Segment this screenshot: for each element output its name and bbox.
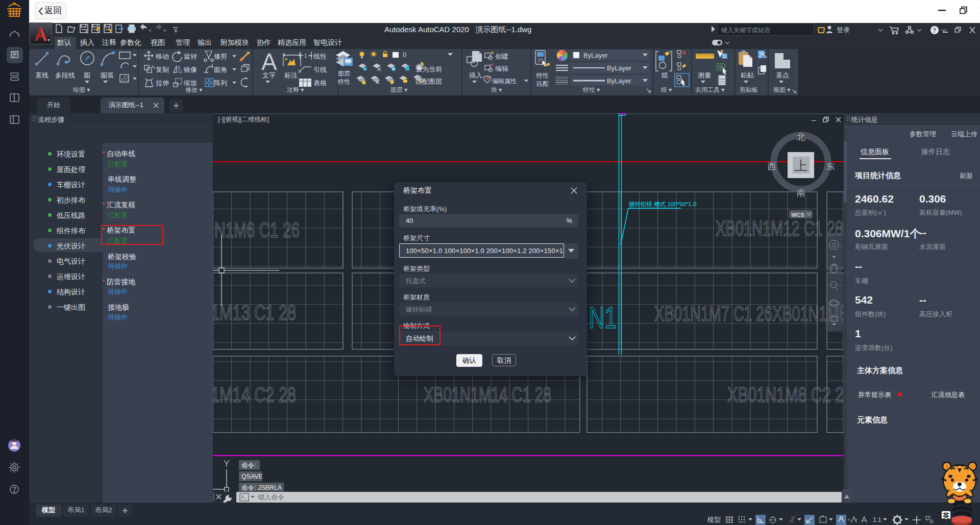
svg-text:拉伸: 拉伸 xyxy=(156,79,169,87)
svg-text:东: 东 xyxy=(826,162,835,171)
svg-text:直线: 直线 xyxy=(35,71,48,79)
svg-text:基点: 基点 xyxy=(776,71,789,79)
svg-text:引线: 引线 xyxy=(313,66,327,73)
svg-text:[-][俯视][二维线框]: [-][俯视][二维线框] xyxy=(218,116,269,123)
svg-text:上: 上 xyxy=(794,158,807,173)
svg-text:命令:: 命令: xyxy=(241,462,256,469)
svg-text:标注: 标注 xyxy=(284,71,298,79)
svg-text:镀锌铝镁 槽式 100*50*1.0: 镀锌铝镁 槽式 100*50*1.0 xyxy=(628,201,696,207)
svg-text:1:1: 1:1 xyxy=(873,516,881,523)
svg-text:键入命令: 键入命令 xyxy=(257,493,284,501)
svg-text:WCS: WCS xyxy=(791,212,804,218)
svg-text:视图 ▾: 视图 ▾ xyxy=(773,86,790,93)
svg-text:测量: 测量 xyxy=(698,71,711,79)
svg-text:圆弧: 圆弧 xyxy=(101,71,114,79)
svg-text:N1: N1 xyxy=(589,301,617,335)
svg-text:匹配: 匹配 xyxy=(536,80,549,87)
svg-text:阵列: 阵列 xyxy=(214,79,227,87)
svg-text:0: 0 xyxy=(403,51,406,59)
svg-text:命令: JSBRLA: 命令: JSBRLA xyxy=(241,484,282,491)
svg-text:1: 1 xyxy=(304,53,307,59)
svg-text:圆: 圆 xyxy=(84,71,90,79)
svg-text:特性: 特性 xyxy=(536,72,549,79)
svg-text:QSAVE: QSAVE xyxy=(241,473,263,480)
svg-text:置为当前: 置为当前 xyxy=(415,65,442,73)
svg-text:复制: 复制 xyxy=(156,66,169,73)
svg-text:镜像: 镜像 xyxy=(183,66,197,73)
svg-text:XB01N1M8 C2 2: XB01N1M8 C2 2 xyxy=(727,383,844,407)
svg-text:图层: 图层 xyxy=(338,70,350,77)
svg-text:ByLayer: ByLayer xyxy=(607,77,631,85)
svg-text:特性 ▾: 特性 ▾ xyxy=(582,86,600,93)
svg-text:XB01N1M7 C1 26XB01N1M8: XB01N1M7 C1 26XB01N1M8 xyxy=(654,302,844,326)
svg-text:圆角: 圆角 xyxy=(214,66,227,73)
svg-text:注释 ▾: 注释 ▾ xyxy=(287,86,304,93)
svg-text:模型: 模型 xyxy=(707,516,721,523)
svg-text:北: 北 xyxy=(797,132,805,142)
svg-text:登录: 登录 xyxy=(837,26,850,34)
svg-text:绘图 ▾: 绘图 ▾ xyxy=(73,86,90,93)
svg-text:线性: 线性 xyxy=(313,53,327,60)
svg-text:块 ▾: 块 ▾ xyxy=(491,86,502,93)
svg-text:南: 南 xyxy=(797,188,805,198)
svg-text:1M14 C2 28: 1M14 C2 28 xyxy=(213,383,296,407)
svg-text:ByLayer: ByLayer xyxy=(607,64,631,72)
svg-text:表格: 表格 xyxy=(313,79,327,87)
svg-text:图层 ▾: 图层 ▾ xyxy=(390,86,407,93)
svg-text:组: 组 xyxy=(662,71,668,79)
svg-text:匹配图层: 匹配图层 xyxy=(415,78,442,85)
svg-text:移动: 移动 xyxy=(155,53,169,60)
svg-text:西: 西 xyxy=(768,162,776,171)
svg-text:组 ▾: 组 ▾ xyxy=(660,86,672,93)
svg-text:粘贴: 粘贴 xyxy=(741,71,754,79)
svg-text:插入: 插入 xyxy=(469,71,482,79)
svg-text:剪贴板: 剪贴板 xyxy=(740,86,758,93)
svg-text:修改 ▾: 修改 ▾ xyxy=(185,86,202,93)
svg-text:修剪: 修剪 xyxy=(214,53,227,60)
svg-text:XB01N1M12 C1 28: XB01N1M12 C1 28 xyxy=(716,216,843,240)
svg-text:实用工具 ▾: 实用工具 ▾ xyxy=(695,86,724,93)
svg-text:文字: 文字 xyxy=(262,71,276,79)
svg-text:创建: 创建 xyxy=(495,53,508,60)
svg-text:多段线: 多段线 xyxy=(55,71,75,79)
svg-text:N1M6 C1 26: N1M6 C1 26 xyxy=(214,218,300,242)
svg-text:编辑属性: 编辑属性 xyxy=(492,78,517,85)
svg-text:英: 英 xyxy=(942,512,949,519)
svg-text:缩放: 缩放 xyxy=(184,79,197,87)
svg-text:1M13 C1 28: 1M13 C1 28 xyxy=(213,301,296,324)
svg-text:特性: 特性 xyxy=(337,78,350,85)
svg-text:?: ? xyxy=(933,27,936,34)
svg-text:XB01N1M14 C1 28: XB01N1M14 C1 28 xyxy=(424,383,551,407)
svg-text:编辑: 编辑 xyxy=(495,65,508,72)
svg-text:ByLayer: ByLayer xyxy=(583,52,608,59)
svg-text:旋转: 旋转 xyxy=(184,53,197,60)
